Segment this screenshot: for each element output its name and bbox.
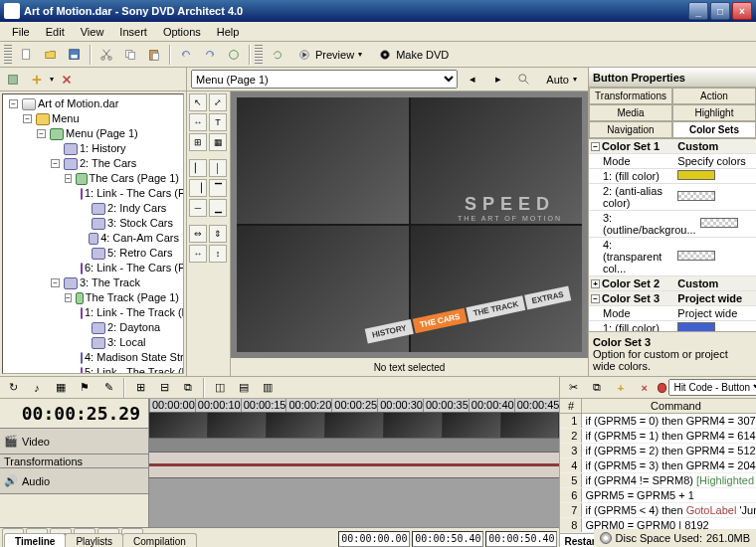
script-row[interactable]: 4if (GPRM5 = 3) then GPRM4 = 2048 (560, 458, 756, 473)
select-tool[interactable]: ↖ (189, 93, 207, 111)
script-row[interactable]: 1if (GPRM5 = 0) then GPRM4 = 3072 (560, 414, 756, 429)
align-m[interactable]: ─ (189, 199, 207, 217)
tl-btn[interactable]: ▥ (257, 377, 279, 399)
tree-delete-button[interactable] (56, 69, 78, 91)
page-selector[interactable]: Menu (Page 1) (191, 70, 458, 89)
project-tree[interactable]: −Art of Motion.dar −Menu −Menu (Page 1) … (2, 93, 184, 374)
audio-track[interactable] (149, 453, 559, 478)
new-button[interactable] (16, 44, 38, 66)
size-tool[interactable]: ⤢ (209, 93, 227, 111)
menu-options[interactable]: Options (155, 24, 209, 40)
tree-the-track[interactable]: −3: The Track (49, 275, 181, 290)
track-transform-label[interactable]: Transformations (0, 455, 148, 468)
props-tab-highlight[interactable]: Highlight (672, 104, 756, 121)
tree-menu[interactable]: −Menu (21, 111, 181, 126)
chevron-down-icon[interactable]: ▾ (50, 75, 54, 84)
video-track[interactable] (149, 413, 559, 439)
script-row[interactable]: 3if (GPRM5 = 2) then GPRM4 = 5120 (560, 444, 756, 458)
same-h[interactable]: ↕ (209, 245, 227, 263)
tl-btn[interactable]: ⊞ (129, 377, 151, 399)
prop-row[interactable]: ModeSpecify colors (589, 154, 756, 169)
text-tool[interactable]: T (209, 113, 227, 131)
tree-track-item[interactable]: 3: Local (77, 335, 181, 350)
timeline-tracks[interactable]: 00:00:0000:00:1000:00:1500:00:2000:00:25… (149, 399, 559, 527)
align-r[interactable]: ▕ (189, 179, 207, 197)
track-audio-label[interactable]: 🔊Audio (0, 468, 148, 494)
tc-in[interactable]: 00:00:00.00 (338, 531, 410, 547)
align-c[interactable]: │ (209, 159, 227, 177)
menu-insert[interactable]: Insert (111, 24, 155, 40)
redo-button[interactable] (199, 44, 221, 66)
tab-playlists[interactable]: Playlists (65, 533, 123, 547)
nav-fwd-button[interactable]: ▸ (487, 69, 509, 91)
transform-track[interactable] (149, 439, 559, 453)
tree-history[interactable]: 1: History (49, 141, 181, 156)
tree-cars-item[interactable]: 2: Indy Cars (77, 201, 181, 216)
tree-cars-item[interactable]: 1: Link - The Cars (Page 1) (77, 186, 181, 201)
minimize-button[interactable]: _ (688, 2, 708, 20)
prop-row[interactable]: 2: (anti-alias color) (589, 184, 756, 211)
align-t[interactable]: ▔ (209, 179, 227, 197)
tree-cars-item[interactable]: 5: Retro Cars (77, 246, 181, 261)
cut-button[interactable] (95, 44, 117, 66)
preview-button[interactable]: Preview ▾ (290, 45, 369, 65)
menu-file[interactable]: File (4, 24, 38, 40)
close-button[interactable]: × (732, 2, 752, 20)
menu-edit[interactable]: Edit (38, 24, 73, 40)
copy-button[interactable] (119, 44, 141, 66)
track-video-label[interactable]: 🎬Video (0, 429, 148, 455)
prop-set-header[interactable]: − Color Set 1Custom (589, 139, 756, 154)
nav-tool[interactable]: ↔ (189, 113, 207, 131)
script-btn[interactable]: ⧉ (586, 377, 608, 399)
tl-btn[interactable]: ↻ (2, 377, 24, 399)
tl-btn[interactable]: ⚑ (74, 377, 95, 399)
tl-btn[interactable]: ⊟ (153, 377, 175, 399)
tree-track-item[interactable]: 5: Link - The Track (Page 1) (77, 365, 181, 374)
script-row[interactable]: 5if (GPRM4 != SPRM8) [Highlighted butto (560, 473, 756, 488)
save-button[interactable] (64, 44, 86, 66)
optimize-button[interactable] (223, 44, 245, 66)
props-body[interactable]: − Color Set 1CustomModeSpecify colors1: … (589, 139, 756, 331)
tree-cars-item[interactable]: 6: Link - The Cars (Page 1) (77, 261, 181, 275)
props-tab-navigation[interactable]: Navigation (589, 121, 672, 138)
zoom-tool-button[interactable] (513, 69, 535, 91)
tl-btn[interactable]: ◫ (209, 377, 231, 399)
snap-tool[interactable]: ⊞ (189, 133, 207, 151)
preview-canvas[interactable]: SPEED THE ART OF MOTION HISTORY THE CARS… (231, 91, 588, 376)
tl-btn[interactable]: ⧉ (177, 377, 199, 399)
tl-btn[interactable]: ▦ (50, 377, 72, 399)
make-dvd-button[interactable]: Make DVD (371, 45, 456, 65)
tab-timeline[interactable]: Timeline (4, 533, 66, 547)
script-del[interactable]: × (634, 377, 656, 399)
prop-row[interactable]: 4: (transparent col... (589, 238, 756, 276)
tree-add-button[interactable] (26, 69, 48, 91)
prop-row[interactable]: 3: (outline/backgrou... (589, 211, 756, 238)
align-l[interactable]: ▏ (189, 159, 207, 177)
props-tab-transformations[interactable]: Transformations (589, 88, 672, 104)
tl-btn[interactable]: ▤ (233, 377, 255, 399)
tc-out[interactable]: 00:00:50.40 (412, 531, 483, 547)
script-row[interactable]: 2if (GPRM5 = 1) then GPRM4 = 6144 (560, 429, 756, 444)
script-row[interactable]: 7if (GPRM5 < 4) then GotoLabel 'Jump B (560, 503, 756, 518)
prop-row[interactable]: 1: (fill color) (589, 321, 756, 331)
tree-menu-page1[interactable]: −Menu (Page 1) (35, 126, 181, 141)
tl-btn[interactable]: ✎ (97, 377, 119, 399)
tree-the-cars[interactable]: −2: The Cars (49, 156, 181, 171)
tl-btn[interactable]: ♪ (26, 377, 48, 399)
tc-dur[interactable]: 00:00:50.40 (485, 531, 557, 547)
menu-help[interactable]: Help (209, 24, 248, 40)
script-row[interactable]: 6GPRM5 = GPRM5 + 1 (560, 488, 756, 503)
props-tab-action[interactable]: Action (672, 88, 756, 104)
nav-back-button[interactable]: ◂ (462, 69, 483, 91)
undo-button[interactable] (175, 44, 197, 66)
script-list[interactable]: # Command 1if (GPRM5 = 0) then GPRM4 = 3… (560, 399, 756, 547)
prop-set-header[interactable]: − Color Set 3Project wide (589, 291, 756, 306)
maximize-button[interactable]: □ (710, 2, 730, 20)
tree-cars-page1[interactable]: −The Cars (Page 1) (63, 171, 181, 186)
tree-cars-item[interactable]: 4: Can-Am Cars (77, 231, 181, 246)
tree-track-item[interactable]: 4: Madison State Street (77, 350, 181, 365)
paste-button[interactable] (143, 44, 165, 66)
props-tab-colorsets[interactable]: Color Sets (672, 121, 756, 138)
tree-track-item[interactable]: 2: Daytona (77, 320, 181, 335)
timeline-ruler[interactable]: 00:00:0000:00:1000:00:1500:00:2000:00:25… (149, 399, 559, 413)
